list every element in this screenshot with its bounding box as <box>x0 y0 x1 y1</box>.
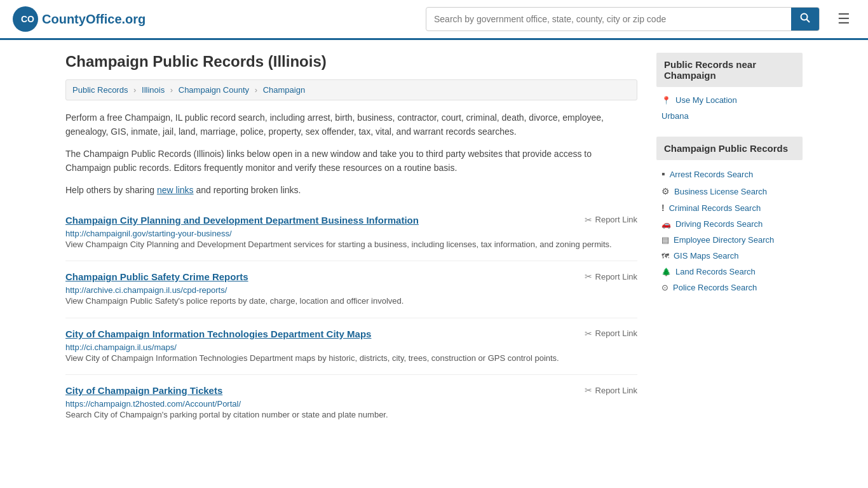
result-title-0[interactable]: Champaign City Planning and Development … <box>65 215 419 226</box>
record-link-employee-directory-search[interactable]: Employee Directory Search <box>656 232 803 248</box>
result-item: Champaign Public Safety Crime Reports ✂ … <box>65 261 637 318</box>
result-desc-1: View Champaign Public Safety's police re… <box>65 295 637 308</box>
search-bar <box>426 7 820 31</box>
record-icon <box>661 283 668 292</box>
record-link-label: Criminal Records Search <box>669 203 761 213</box>
logo-text: CountyOffice.org <box>42 12 146 27</box>
result-title-1[interactable]: Champaign Public Safety Crime Reports <box>65 271 248 282</box>
record-link-label: Arrest Records Search <box>670 170 754 179</box>
breadcrumb: Public Records › Illinois › Champaign Co… <box>65 79 637 100</box>
new-links-link[interactable]: new links <box>157 185 194 195</box>
record-icon <box>661 251 669 261</box>
result-item: City of Champaign Information Technologi… <box>65 318 637 376</box>
header: CO CountyOffice.org ☰ <box>0 0 868 40</box>
description-3: Help others by sharing new links and rep… <box>65 183 637 197</box>
breadcrumb-champaign[interactable]: Champaign <box>263 85 306 95</box>
record-link-label: Employee Directory Search <box>674 235 774 245</box>
result-url-3[interactable]: https://champaign.t2hosted.com/Account/P… <box>65 399 241 409</box>
report-link-3[interactable]: ✂ Report Link <box>585 385 637 395</box>
nearby-city-link[interactable]: Urbana <box>656 108 803 124</box>
record-link-label: Business License Search <box>674 187 767 196</box>
result-url-1[interactable]: http://archive.ci.champaign.il.us/cpd-re… <box>65 285 227 295</box>
breadcrumb-county[interactable]: Champaign County <box>179 85 249 95</box>
result-header-2: City of Champaign Information Technologi… <box>65 329 637 339</box>
menu-button[interactable]: ☰ <box>832 8 855 30</box>
description-1: Perform a free Champaign, IL public reco… <box>65 111 637 139</box>
result-url-0[interactable]: http://champaignil.gov/starting-your-bus… <box>65 229 232 238</box>
report-link-0[interactable]: ✂ Report Link <box>585 215 637 225</box>
location-icon <box>661 95 671 105</box>
record-link-arrest-records-search[interactable]: Arrest Records Search <box>656 165 803 183</box>
report-link-label-0: Report Link <box>595 215 637 224</box>
svg-line-3 <box>807 20 810 23</box>
record-link-business-license-search[interactable]: Business License Search <box>656 183 803 200</box>
report-icon-3: ✂ <box>585 385 592 395</box>
results-list: Champaign City Planning and Development … <box>65 205 637 431</box>
report-icon-1: ✂ <box>585 271 592 281</box>
records-section: Champaign Public Records Arrest Records … <box>656 137 803 295</box>
svg-point-2 <box>801 14 808 20</box>
report-link-1[interactable]: ✂ Report Link <box>585 271 637 281</box>
description-2: The Champaign Public Records (Illinois) … <box>65 147 637 175</box>
report-icon-0: ✂ <box>585 215 592 225</box>
record-icon <box>661 235 669 245</box>
breadcrumb-illinois[interactable]: Illinois <box>142 85 165 95</box>
report-link-label-2: Report Link <box>595 329 637 338</box>
result-header-3: City of Champaign Parking Tickets ✂ Repo… <box>65 385 637 396</box>
report-icon-2: ✂ <box>585 329 592 339</box>
result-url-2[interactable]: http://ci.champaign.il.us/maps/ <box>65 342 177 352</box>
page-title: Champaign Public Records (Illinois) <box>65 53 637 71</box>
nearby-section: Public Records near Champaign Use My Loc… <box>656 53 803 124</box>
record-link-label: Land Records Search <box>675 267 756 276</box>
nearby-heading: Public Records near Champaign <box>656 53 803 87</box>
report-link-label-1: Report Link <box>595 272 637 281</box>
record-icon <box>661 186 670 196</box>
record-icon <box>661 168 665 180</box>
use-my-location-label: Use My Location <box>675 95 737 105</box>
nearby-cities: Urbana <box>656 108 803 124</box>
svg-text:CO: CO <box>21 14 34 24</box>
record-link-driving-records-search[interactable]: Driving Records Search <box>656 216 803 232</box>
breadcrumb-public-records[interactable]: Public Records <box>72 85 128 95</box>
record-link-gis-maps-search[interactable]: GIS Maps Search <box>656 248 803 264</box>
result-desc-3: Search City of Champaign's parking porta… <box>65 409 637 421</box>
record-link-police-records-search[interactable]: Police Records Search <box>656 280 803 295</box>
record-icon <box>661 203 665 213</box>
record-links-list: Arrest Records SearchBusiness License Se… <box>656 165 803 295</box>
use-my-location-link[interactable]: Use My Location <box>656 92 803 108</box>
result-desc-0: View Champaign City Planning and Develop… <box>65 238 637 251</box>
search-button[interactable] <box>791 8 819 30</box>
record-link-land-records-search[interactable]: Land Records Search <box>656 264 803 280</box>
report-link-label-3: Report Link <box>595 386 637 395</box>
result-item: Champaign City Planning and Development … <box>65 205 637 262</box>
logo-icon: CO <box>13 6 38 32</box>
result-header-1: Champaign Public Safety Crime Reports ✂ … <box>65 271 637 282</box>
record-link-criminal-records-search[interactable]: Criminal Records Search <box>656 200 803 216</box>
record-icon <box>661 267 671 276</box>
logo-link[interactable]: CO CountyOffice.org <box>13 6 146 32</box>
result-title-2[interactable]: City of Champaign Information Technologi… <box>65 329 371 339</box>
record-link-label: Police Records Search <box>673 283 757 292</box>
main-container: Champaign Public Records (Illinois) Publ… <box>53 40 815 444</box>
result-item: City of Champaign Parking Tickets ✂ Repo… <box>65 375 637 431</box>
record-link-label: Driving Records Search <box>675 219 763 229</box>
record-link-label: GIS Maps Search <box>674 251 739 261</box>
main-content: Champaign Public Records (Illinois) Publ… <box>65 53 637 431</box>
result-header-0: Champaign City Planning and Development … <box>65 215 637 226</box>
record-icon <box>661 219 671 229</box>
report-link-2[interactable]: ✂ Report Link <box>585 329 637 339</box>
result-title-3[interactable]: City of Champaign Parking Tickets <box>65 385 222 396</box>
search-input[interactable] <box>426 9 791 29</box>
result-desc-2: View City of Champaign Information Techn… <box>65 352 637 365</box>
sidebar: Public Records near Champaign Use My Loc… <box>656 53 803 431</box>
records-heading: Champaign Public Records <box>656 137 803 160</box>
